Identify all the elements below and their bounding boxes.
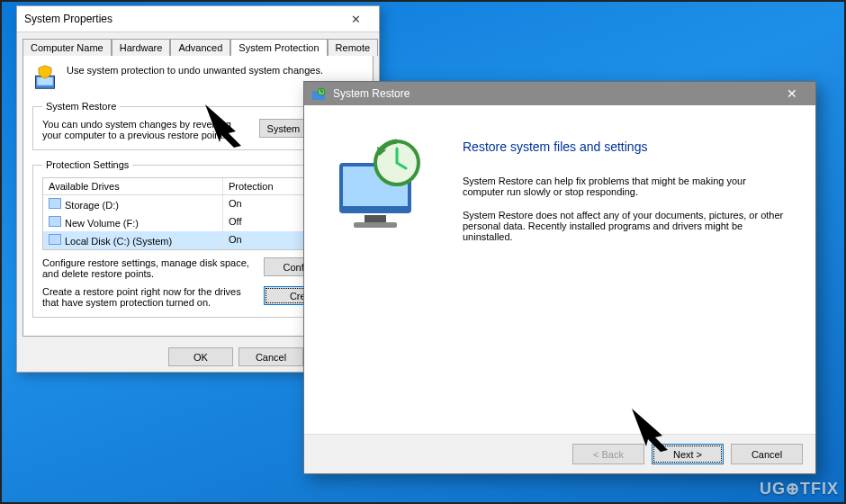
close-icon[interactable]: ✕ <box>339 11 372 27</box>
info-text: Use system protection to undo unwanted s… <box>67 65 323 76</box>
protection-settings-legend: Protection Settings <box>42 159 132 170</box>
wizard-right-pane: Restore system files and settings System… <box>457 105 815 434</box>
tabs: Computer Name Hardware Advanced System P… <box>17 32 379 55</box>
close-icon[interactable]: ✕ <box>776 86 808 101</box>
monitor-restore-icon <box>327 132 435 242</box>
system-restore-title: System Restore <box>333 87 410 100</box>
tab-system-protection[interactable]: System Protection <box>230 39 327 56</box>
cancel-button[interactable]: Cancel <box>731 444 803 464</box>
system-restore-legend: System Restore <box>42 101 120 112</box>
system-restore-text: You can undo system changes by reverting… <box>42 119 250 140</box>
restore-icon <box>311 86 326 101</box>
ok-button[interactable]: OK <box>168 347 233 366</box>
tab-remote[interactable]: Remote <box>328 39 379 56</box>
next-button[interactable]: Next > <box>652 444 724 464</box>
back-button[interactable]: < Back <box>572 444 644 464</box>
drive-icon <box>49 198 61 209</box>
create-text: Create a restore point right now for the… <box>42 286 255 308</box>
drive-icon <box>49 216 61 227</box>
wizard-buttons: < Back Next > Cancel <box>304 434 815 473</box>
col-available-drives: Available Drives <box>43 178 223 194</box>
tab-computer-name[interactable]: Computer Name <box>22 39 112 56</box>
system-restore-window: System Restore ✕ Restore system files an… <box>303 81 816 474</box>
svg-rect-8 <box>354 222 397 228</box>
system-restore-titlebar[interactable]: System Restore ✕ <box>304 82 815 105</box>
configure-text: Configure restore settings, manage disk … <box>42 257 255 279</box>
drive-icon <box>49 234 61 245</box>
wizard-body: Restore system files and settings System… <box>304 105 815 434</box>
watermark: UG⊕TFIX <box>760 479 839 499</box>
wizard-left-pane <box>304 105 457 434</box>
system-properties-titlebar[interactable]: System Properties ✕ <box>17 6 379 32</box>
wizard-text-2: System Restore does not affect any of yo… <box>463 210 787 242</box>
shield-icon <box>32 65 58 90</box>
tab-hardware[interactable]: Hardware <box>112 39 171 56</box>
wizard-text-1: System Restore can help fix problems tha… <box>463 176 787 197</box>
svg-rect-7 <box>364 215 386 222</box>
tab-advanced[interactable]: Advanced <box>170 39 230 56</box>
system-properties-title: System Properties <box>24 13 112 25</box>
cancel-button[interactable]: Cancel <box>238 347 303 366</box>
wizard-heading: Restore system files and settings <box>463 140 796 154</box>
